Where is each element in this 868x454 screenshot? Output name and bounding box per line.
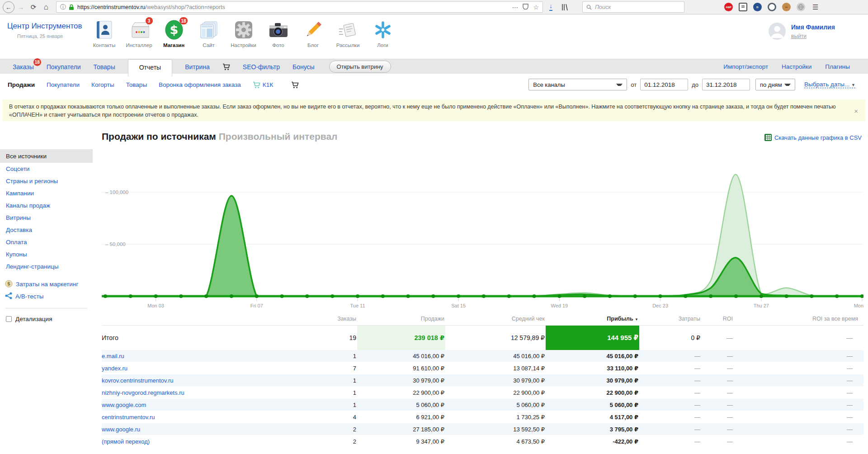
sidebar-list: Все источникиСоцсетиСтраны и регионыКамп… [0, 149, 93, 273]
app-settings[interactable]: Настройки [226, 19, 261, 48]
column-header-source[interactable] [102, 312, 292, 325]
adblock-icon[interactable]: ABP [724, 3, 733, 11]
tab-seo-filter[interactable]: SEO-фильтр [243, 63, 280, 71]
tab-customers[interactable]: Покупатели [47, 63, 81, 71]
sidebar-item-coupons[interactable]: Купоны [0, 248, 93, 260]
subnav-funnel[interactable]: Воронка оформления заказа [159, 81, 241, 88]
subnav-k1k[interactable]: К1К [253, 81, 273, 89]
channel-select[interactable]: Все каналы [528, 79, 627, 90]
back-button[interactable]: ← [3, 1, 14, 13]
nav-link-plugins[interactable]: Плагины [825, 63, 850, 70]
nav-link-import-export[interactable]: Импорт/экспорт [723, 63, 768, 70]
cell-roi: — [701, 362, 734, 374]
sidebar-item-shipping[interactable]: Доставка [0, 224, 93, 236]
column-header-roi_all[interactable]: ROI за все время [734, 312, 863, 325]
sidebar-item-social[interactable]: Соцсети [0, 163, 93, 175]
subnav-customers[interactable]: Покупатели [47, 81, 80, 88]
column-header-roi[interactable]: ROI [701, 312, 734, 325]
app-label: Настройки [231, 43, 256, 48]
day-marker [154, 294, 158, 298]
grouping-select[interactable]: по дням [755, 79, 795, 90]
tab-orders[interactable]: Заказы18 [13, 63, 34, 71]
page-actions-icon[interactable]: ⋯ [512, 4, 518, 11]
choose-dates-link[interactable]: Выбрать даты... ▼ [804, 81, 855, 88]
browser-search-input[interactable]: Поиск [582, 1, 684, 13]
detail-checkbox[interactable]: Детализация [6, 316, 93, 322]
date-from-input[interactable]: 01.12.2018 [640, 79, 688, 90]
tab-storefront[interactable]: Витрина [185, 63, 210, 71]
forward-button[interactable]: → [14, 1, 27, 13]
cookie-extension-icon[interactable]: •• [782, 3, 791, 11]
app-blog[interactable]: Блог [296, 19, 330, 48]
column-header-avg[interactable]: Средний чек [445, 312, 546, 325]
subnav-sales[interactable]: Продажи [8, 81, 35, 88]
extension-ring-icon[interactable] [768, 3, 776, 11]
url-bar[interactable]: ⓘ https://centrinstrumentov.ru/webasyst/… [56, 1, 543, 13]
column-header-sales[interactable]: Продажи [357, 312, 445, 325]
browser-toolbar: ← → ⟳ ⌂ ⓘ https://centrinstrumentov.ru/w… [0, 0, 868, 14]
privacy-extension-icon[interactable]: D [753, 3, 762, 11]
table-row: (прямой переход)29 347,00 ₽4 673,50 ₽-42… [102, 435, 863, 448]
column-header-orders[interactable]: Заказы [292, 312, 357, 325]
sidebar-item-all-sources[interactable]: Все источники [0, 149, 93, 163]
app-photos[interactable]: Фото [261, 19, 296, 48]
subnav-cohorts[interactable]: Когорты [91, 81, 114, 88]
app-site[interactable]: Сайт [191, 19, 226, 48]
source-link[interactable]: centrinstrumentov.ru [102, 411, 292, 423]
source-link[interactable]: www.google.com [102, 399, 292, 411]
source-link[interactable]: (прямой переход) [102, 435, 292, 447]
sidebar-item-ab-tests[interactable]: A/B-тесты [0, 290, 93, 303]
logout-link[interactable]: выйти [791, 33, 807, 39]
sidebar-item-storefronts[interactable]: Витрины [0, 212, 93, 224]
date-to-input[interactable]: 31.12.2018 [702, 79, 750, 90]
https-lock-icon [69, 4, 74, 10]
account-name[interactable]: Центр Инструментов [7, 22, 82, 31]
language-extension-icon[interactable] [797, 3, 805, 11]
nav-link-settings[interactable]: Настройки [782, 63, 811, 70]
source-link[interactable]: nizhniy-novgorod.regmarkets.ru [102, 387, 292, 398]
sidebar-item-landings[interactable]: Лендинг-страницы [0, 260, 93, 273]
sidebar-extension-icon[interactable] [739, 3, 747, 11]
app-installer[interactable]: 3Инсталлер [122, 19, 156, 48]
downloads-icon[interactable]: ↓ [549, 3, 552, 11]
page-info-icon[interactable]: ⓘ [60, 3, 66, 11]
source-link[interactable]: www.google.ru [102, 423, 292, 435]
day-marker [330, 294, 334, 298]
close-icon[interactable]: × [854, 106, 858, 116]
column-header-costs[interactable]: Затраты [639, 312, 701, 325]
bookmark-star-icon[interactable]: ☆ [533, 4, 539, 11]
sidebar-item-channels[interactable]: Каналы продаж [0, 199, 93, 212]
reload-button[interactable]: ⟳ [27, 1, 40, 13]
library-icon[interactable] [559, 1, 571, 13]
source-link[interactable]: kovrov.centrinstrumentov.ru [102, 374, 292, 386]
cart-icon[interactable] [222, 63, 230, 71]
tab-bonuses[interactable]: Бонусы [292, 63, 315, 71]
tab-reports[interactable]: Отчеты [128, 59, 172, 76]
cart-icon[interactable] [291, 81, 299, 89]
sidebar-item-payment[interactable]: Оплата [0, 236, 93, 248]
app-shop[interactable]: $18Магазин [156, 19, 191, 48]
open-storefront-button[interactable]: Открыть витрину [329, 61, 391, 73]
app-logs[interactable]: Логи [365, 19, 400, 48]
app-mailer[interactable]: Рассылки [330, 19, 365, 48]
source-link[interactable]: yandex.ru [102, 362, 292, 374]
checkbox-icon[interactable] [6, 316, 12, 322]
svg-text:Mon 03: Mon 03 [147, 303, 164, 308]
sidebar-item-campaigns[interactable]: Кампании [0, 187, 93, 199]
avatar[interactable] [769, 23, 786, 42]
download-csv-link[interactable]: Скачать данные графика в CSV [764, 134, 862, 141]
app-contacts[interactable]: Контакты [87, 19, 122, 48]
column-header-profit[interactable]: Прибыль ▼ [546, 312, 639, 325]
pocket-icon[interactable] [523, 4, 528, 11]
sidebar-item-countries[interactable]: Страны и регионы [0, 175, 93, 187]
user-name[interactable]: Имя Фамилия [791, 24, 835, 31]
subnav-products[interactable]: Товары [126, 81, 147, 88]
cell-costs: — [639, 387, 701, 398]
home-button[interactable]: ⌂ [40, 1, 52, 13]
sidebar-item-marketing-costs[interactable]: $Затраты на маркетинг [0, 278, 93, 290]
source-link[interactable]: e.mail.ru [102, 350, 292, 362]
cell-sales: 27 185,00 ₽ [357, 423, 445, 435]
menu-icon[interactable]: ☰ [812, 3, 818, 11]
cell-sales: 6 921,00 ₽ [357, 411, 445, 423]
tab-products[interactable]: Товары [94, 63, 115, 71]
